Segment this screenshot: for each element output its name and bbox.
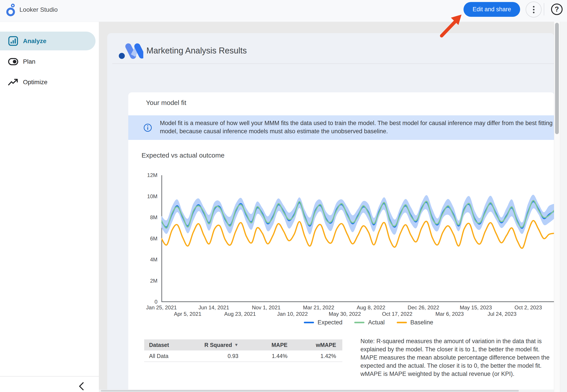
x-tick-label: Aug 23, 2021	[219, 311, 261, 317]
table-header-cell[interactable]: wMAPE	[288, 339, 342, 350]
info-banner-text: Model fit is a measure of how well your …	[160, 119, 554, 135]
table-cell: 0.93	[197, 350, 238, 362]
looker-studio-screen: Looker Studio Edit and share ? Analyze	[0, 0, 567, 392]
sidebar-item-plan[interactable]: Plan	[0, 52, 96, 71]
sort-desc-icon: ▼	[234, 342, 238, 347]
sidebar-divider	[0, 376, 99, 377]
toggle-icon	[8, 58, 18, 65]
x-tick-label: Nov 1, 2021	[245, 305, 287, 311]
y-tick-label: 0	[129, 299, 158, 305]
baseline-line	[161, 221, 554, 248]
help-icon[interactable]: ?	[551, 3, 563, 15]
y-tick-label: 8M	[129, 214, 158, 221]
legend-item[interactable]: Expected	[304, 319, 343, 326]
y-tick-label: 6M	[129, 236, 158, 242]
x-tick-label: Aug 8, 2022	[350, 305, 392, 311]
table-header-cell[interactable]: R Squared▼	[197, 339, 238, 350]
legend-label: Expected	[318, 319, 343, 326]
table-cell: 1.42%	[288, 350, 342, 362]
y-tick-label: 10M	[129, 193, 158, 199]
header-divider	[112, 63, 554, 64]
x-tick-label: Jul 24, 2023	[481, 311, 523, 317]
legend-item[interactable]: Actual	[354, 319, 385, 326]
x-tick-label: Oct 17, 2022	[376, 311, 418, 317]
page-right-gutter	[560, 22, 567, 392]
collapse-sidebar-chevron-icon[interactable]	[75, 380, 87, 392]
table-row[interactable]: All Data0.931.44%1.42%	[144, 350, 342, 362]
kebab-menu-button[interactable]	[526, 1, 542, 17]
info-icon	[143, 123, 152, 132]
x-tick-label: Jun 14, 2021	[193, 305, 235, 311]
sidebar-item-label: Optimize	[23, 79, 47, 86]
topbar-divider	[544, 3, 544, 15]
x-tick-label: Dec	[542, 311, 554, 317]
chart-legend: ExpectedActualBaseline	[161, 319, 554, 326]
expected-vs-actual-line-chart[interactable]	[161, 175, 554, 302]
edit-and-share-button[interactable]: Edit and share	[464, 2, 520, 17]
x-tick-label: Apr 5, 2021	[167, 311, 208, 317]
legend-swatch	[397, 322, 407, 323]
table-header-cell[interactable]: MAPE	[238, 339, 288, 350]
trending-up-icon	[8, 78, 18, 86]
y-tick-label: 2M	[129, 278, 158, 284]
bar-chart-icon	[8, 36, 18, 46]
marketing-m-logo	[117, 41, 143, 60]
model-fit-card-title: Your model fit	[146, 99, 186, 107]
model-fit-table: DatasetR Squared▼MAPEwMAPEAll Data0.931.…	[144, 339, 342, 362]
info-banner: Model fit is a measure of how well your …	[128, 115, 554, 140]
legend-item[interactable]: Baseline	[397, 319, 434, 326]
model-fit-card: Your model fit Model fit is a measure of…	[128, 92, 554, 392]
sidebar-item-label: Analyze	[23, 38, 46, 45]
x-tick-label: Jan 10, 2022	[271, 311, 313, 317]
looker-logo-icon	[5, 3, 17, 17]
table-cell: 1.44%	[238, 350, 288, 362]
legend-label: Baseline	[410, 319, 434, 326]
table-header-row: DatasetR Squared▼MAPEwMAPE	[144, 339, 342, 350]
table-header-cell[interactable]: Dataset	[144, 339, 197, 350]
x-tick-label: Dec 26, 2022	[403, 305, 445, 311]
x-tick-label: Mar 21, 2022	[298, 305, 340, 311]
horizontal-scrollbar-thumb[interactable]	[101, 390, 519, 392]
legend-label: Actual	[368, 319, 385, 326]
report-title: Marketing Analysis Results	[146, 46, 247, 56]
top-app-bar: Looker Studio Edit and share ?	[0, 0, 567, 22]
y-tick-label: 12M	[129, 172, 158, 178]
legend-swatch	[354, 322, 364, 323]
sidebar-item-optimize[interactable]: Optimize	[0, 73, 96, 91]
x-tick-label: Mar 6, 2023	[429, 311, 471, 317]
sidebar-item-label: Plan	[23, 58, 35, 65]
vertical-scrollbar-thumb[interactable]	[555, 23, 559, 134]
x-tick-label: Jan 25, 2021	[140, 305, 182, 311]
sidebar-item-analyze[interactable]: Analyze	[0, 32, 96, 50]
app-title: Looker Studio	[19, 6, 58, 13]
legend-swatch	[304, 322, 314, 323]
y-tick-label: 4M	[129, 257, 158, 263]
table-cell: All Data	[144, 350, 197, 362]
x-tick-label: May 30, 2022	[324, 311, 366, 317]
x-tick-label: Oct 2, 2023	[507, 305, 549, 311]
chart-title: Expected vs actual outcome	[142, 152, 224, 159]
sidebar-nav: Analyze Plan Optimize	[0, 22, 99, 392]
x-tick-label: May 15, 2023	[455, 305, 497, 311]
report-page: Marketing Analysis Results Your model fi…	[107, 33, 554, 392]
model-fit-note: Note: R-squared measures the amount of v…	[361, 337, 554, 378]
